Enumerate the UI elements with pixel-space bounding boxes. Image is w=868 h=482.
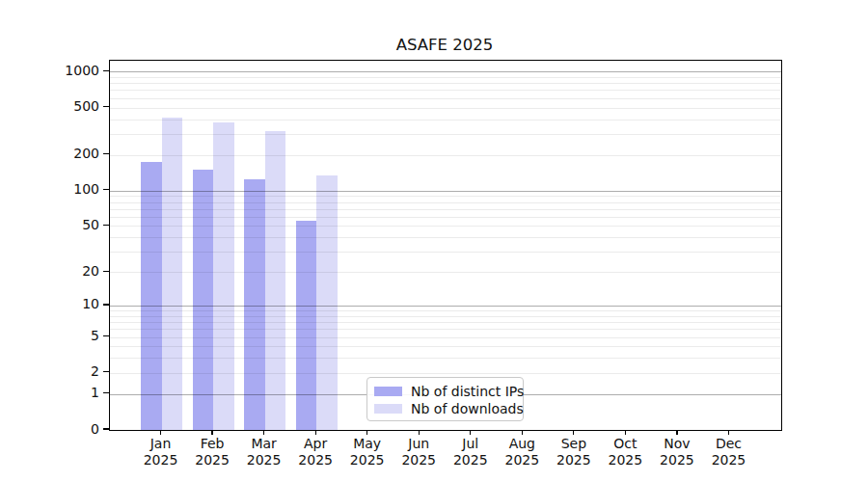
y-tick-mark [103,70,109,71]
x-tick-month: Mar [238,436,290,452]
x-tick-year: 2025 [599,452,651,469]
x-tick-year: 2025 [651,452,703,469]
legend-label-distinct-ips: Nb of distinct IPs [411,383,524,400]
y-tick-mark [103,271,109,272]
y-tick-mark [103,335,109,336]
x-tick-year: 2025 [186,452,238,469]
minor-gridline [110,358,781,359]
x-tick-month: Feb [186,436,238,452]
x-tick-mark [470,430,471,435]
minor-gridline [110,209,781,210]
minor-gridline [110,252,781,253]
y-tick-mark [103,225,109,226]
x-tick-mark [728,430,729,435]
x-tick-month: Jan [135,436,187,452]
x-tick-month: Sep [548,436,600,452]
y-tick-label: 1000 [0,64,99,78]
x-tick-year: 2025 [393,452,445,469]
y-tick-label: 2 [0,364,99,379]
minor-gridline [110,202,781,203]
x-tick-month: Jun [393,436,445,452]
minor-gridline [110,98,781,99]
minor-gridline [110,272,781,273]
y-tick-mark [103,106,109,107]
legend-swatch-distinct-ips [374,387,402,396]
x-tick-year: 2025 [341,452,393,469]
x-tick-label-apr: Apr2025 [289,436,341,469]
x-tick-mark [573,430,574,435]
minor-gridline [110,120,781,120]
minor-gridline [110,155,781,156]
x-tick-label-jun: Jun2025 [393,436,445,469]
minor-gridline [110,83,781,84]
x-tick-label-dec: Dec2025 [702,436,754,469]
minor-gridline [110,337,781,338]
x-tick-month: Apr [289,436,341,452]
x-tick-label-aug: Aug2025 [496,436,548,469]
y-tick-label: 100 [0,182,99,197]
x-tick-label-nov: Nov2025 [651,436,703,469]
x-tick-year: 2025 [289,452,341,469]
major-gridline [110,306,781,307]
plot-area: Nb of distinct IPs Nb of downloads [109,60,782,431]
y-tick-label: 500 [0,99,99,114]
x-tick-mark [263,430,264,435]
x-tick-month: Oct [599,436,651,452]
y-tick-mark [103,189,109,190]
y-tick-label: 0 [0,422,99,437]
minor-gridline [110,373,781,374]
minor-gridline [110,226,781,227]
y-tick-label: 10 [0,297,99,311]
y-tick-label: 5 [0,329,99,343]
legend-item-distinct-ips: Nb of distinct IPs [374,383,515,400]
x-tick-year: 2025 [548,452,600,469]
minor-gridline [110,217,781,218]
minor-gridline [110,316,781,317]
x-tick-month: May [341,436,393,452]
minor-gridline [110,108,781,109]
minor-gridline [110,310,781,311]
x-tick-year: 2025 [445,452,497,469]
x-tick-month: Dec [702,436,754,452]
x-tick-label-jul: Jul2025 [445,436,497,469]
legend-item-downloads: Nb of downloads [374,400,515,417]
minor-gridline [110,346,781,347]
y-tick-mark [103,304,109,305]
minor-gridline [110,77,781,78]
x-tick-year: 2025 [135,452,187,469]
x-tick-label-feb: Feb2025 [186,436,238,469]
x-tick-label-sep: Sep2025 [548,436,600,469]
chart-canvas: ASAFE 2025 Nb of distinct IPs Nb of down… [0,0,868,482]
x-tick-month: Jul [445,436,497,452]
x-tick-mark [366,430,367,435]
x-tick-year: 2025 [702,452,754,469]
y-tick-mark [103,153,109,154]
legend-swatch-downloads [374,404,402,414]
x-tick-mark [211,430,212,435]
legend: Nb of distinct IPs Nb of downloads [366,377,524,421]
gridlines-layer [110,61,781,430]
minor-gridline [110,322,781,323]
y-tick-label: 200 [0,147,99,161]
x-tick-mark [315,430,316,435]
minor-gridline [110,329,781,330]
minor-gridline [110,237,781,238]
x-tick-year: 2025 [496,452,548,469]
x-tick-label-mar: Mar2025 [238,436,290,469]
y-tick-label: 20 [0,264,99,279]
y-tick-mark [103,428,109,429]
chart-title: ASAFE 2025 [109,36,780,54]
x-tick-mark [676,430,677,435]
x-tick-mark [522,430,523,435]
x-tick-label-may: May2025 [341,436,393,469]
x-tick-label-oct: Oct2025 [599,436,651,469]
legend-label-downloads: Nb of downloads [411,400,524,417]
y-tick-label: 1 [0,386,99,400]
minor-gridline [110,134,781,135]
minor-gridline [110,90,781,91]
x-tick-mark [419,430,420,435]
y-tick-mark [103,392,109,393]
y-tick-label: 50 [0,218,99,232]
x-tick-year: 2025 [238,452,290,469]
x-tick-mark [160,430,161,435]
